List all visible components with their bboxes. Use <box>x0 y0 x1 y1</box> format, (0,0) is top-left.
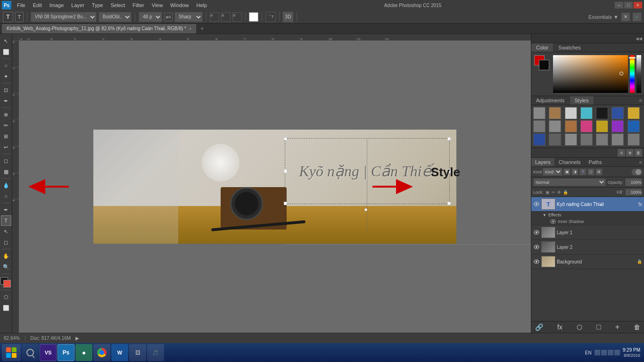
layer-visibility-bg[interactable] <box>533 258 540 265</box>
channels-tab[interactable]: Channels <box>555 158 585 166</box>
style-swatch-10[interactable] <box>565 120 577 132</box>
dodge-tool[interactable]: ○ <box>1 191 11 201</box>
font-size-select[interactable]: 48 pt <box>139 12 162 22</box>
menu-view[interactable]: View <box>148 1 167 9</box>
style-swatch-13[interactable] <box>611 120 624 132</box>
layers-panel-options[interactable]: ≡ <box>637 158 644 166</box>
filter-type-btn[interactable]: T <box>579 168 586 175</box>
style-swatch-4[interactable] <box>580 107 593 119</box>
style-swatch-20[interactable] <box>611 133 624 146</box>
style-swatch-18[interactable] <box>580 133 593 146</box>
new-tab-btn[interactable]: + <box>200 25 204 32</box>
style-swatch-2[interactable] <box>549 107 561 119</box>
menu-filter[interactable]: Filter <box>129 1 148 9</box>
styles-tool-1[interactable]: ⊙ <box>618 149 625 156</box>
text-color-swatch[interactable] <box>249 12 258 22</box>
crop-tool[interactable]: ⊡ <box>1 85 11 95</box>
status-arrow[interactable]: ▶ <box>75 336 79 341</box>
path-selection-tool[interactable]: ↖ <box>1 226 11 237</box>
font-family-select[interactable]: VNI 08 Springtime2 Bo... <box>31 12 97 22</box>
text-orient-btn[interactable]: T <box>15 12 24 22</box>
style-swatch-15[interactable] <box>533 133 545 146</box>
add-style-btn[interactable]: fx <box>557 323 562 331</box>
filter-shape-btn[interactable]: ◻ <box>587 168 594 175</box>
layer-row-1[interactable]: Layer 1 <box>531 225 644 240</box>
style-swatch-5[interactable] <box>596 107 608 119</box>
color-tab[interactable]: Color <box>531 43 553 52</box>
move-tool[interactable]: ↖ <box>1 36 11 46</box>
lasso-tool[interactable]: ○ <box>1 60 11 71</box>
blur-tool[interactable]: 💧 <box>1 180 11 190</box>
filter-adjust-btn[interactable]: ◑ <box>571 168 578 175</box>
taskbar-word[interactable]: W <box>111 344 128 361</box>
background-swatch[interactable] <box>539 60 549 70</box>
alpha-bar[interactable] <box>636 55 641 93</box>
commit-transform-btn[interactable]: ✓ <box>633 13 641 21</box>
magic-wand-tool[interactable]: ✦ <box>1 71 11 82</box>
layer-visibility-text[interactable] <box>533 201 540 207</box>
history-brush-tool[interactable]: ↩ <box>1 142 11 152</box>
link-layers-btn[interactable]: 🔗 <box>535 323 543 331</box>
eyedropper-tool[interactable]: ✒ <box>1 96 11 106</box>
filter-toggle[interactable] <box>632 169 642 175</box>
taskbar-vs[interactable]: VS <box>40 344 57 361</box>
menu-edit[interactable]: Edit <box>29 1 46 9</box>
new-layer-btn[interactable]: + <box>615 323 619 331</box>
gradient-tool[interactable]: ▦ <box>1 166 11 177</box>
menu-layer[interactable]: Layer <box>67 1 88 9</box>
maximize-btn[interactable]: □ <box>624 2 633 8</box>
rotation-handle[interactable] <box>364 208 367 211</box>
panel-arrow[interactable]: ◀◀ <box>636 36 642 41</box>
styles-tool-3[interactable]: 🗑 <box>635 149 642 156</box>
minimize-btn[interactable]: ─ <box>615 2 623 8</box>
layer-fx-btn-text[interactable]: fx <box>638 202 642 207</box>
layer-row-2[interactable]: Layer 2 <box>531 240 644 255</box>
menu-help[interactable]: Help <box>192 1 211 9</box>
shape-tool[interactable]: ◻ <box>1 237 11 247</box>
taskbar-ps[interactable]: Ps <box>58 344 74 361</box>
style-swatch-1[interactable] <box>533 107 545 119</box>
style-swatch-6[interactable] <box>611 107 624 119</box>
aa-method-select[interactable]: Sharp <box>174 12 203 22</box>
blend-mode-select[interactable]: Normal <box>533 178 606 186</box>
hand-tool[interactable]: ✋ <box>1 251 11 261</box>
style-swatch-7[interactable] <box>627 107 640 119</box>
type-tool[interactable]: T <box>1 215 11 226</box>
style-swatch-12[interactable] <box>596 120 608 132</box>
3d-options-btn[interactable]: 3D <box>283 12 293 22</box>
align-right-btn[interactable]: ≡ <box>232 12 242 22</box>
style-swatch-17[interactable] <box>565 133 577 146</box>
canvas-workspace[interactable]: Kyõ nặng | Cần Thiết Style <box>19 41 531 333</box>
start-button[interactable] <box>2 344 21 361</box>
taskbar-photos[interactable]: 🖼 <box>129 344 146 361</box>
style-swatch-3[interactable] <box>565 107 577 119</box>
lock-all-btn[interactable]: 🔒 <box>563 190 568 195</box>
font-style-select[interactable]: BoldObl... <box>99 12 132 22</box>
lock-transparent-btn[interactable]: ▣ <box>545 190 550 195</box>
panel-options-btn[interactable]: ≡ <box>637 96 644 105</box>
pen-tool[interactable]: ✒ <box>1 205 11 215</box>
paths-tab[interactable]: Paths <box>585 158 606 166</box>
background-color[interactable] <box>3 280 11 288</box>
new-group-btn[interactable]: □ <box>596 323 601 331</box>
lock-position-btn[interactable]: ✤ <box>557 190 561 195</box>
align-center-btn[interactable]: ≡ <box>221 12 231 22</box>
eraser-tool[interactable]: ◻ <box>1 156 11 166</box>
screen-mode-btn[interactable]: ⬜ <box>1 303 11 313</box>
essentials-label[interactable]: Essentials ▼ <box>588 14 619 20</box>
style-swatch-21[interactable] <box>627 133 640 146</box>
layer-visibility-1[interactable] <box>533 229 540 236</box>
layer-row-text[interactable]: T Kyõ naêng Caàn Thiết fx <box>531 197 644 212</box>
menu-file[interactable]: File <box>13 1 29 9</box>
document-tab[interactable]: Kinfolk_Web_Analog-Photography_11.jpg @ … <box>2 24 197 33</box>
align-left-btn[interactable]: ≡ <box>210 12 219 22</box>
layers-tab[interactable]: Layers <box>531 158 555 166</box>
styles-tab[interactable]: Styles <box>570 96 594 105</box>
style-swatch-16[interactable] <box>549 133 561 146</box>
cancel-transform-btn[interactable]: ✕ <box>621 13 630 21</box>
styles-tool-2[interactable]: ⊕ <box>626 149 634 156</box>
brush-tool[interactable]: ✏ <box>1 120 11 131</box>
style-swatch-8[interactable] <box>533 120 545 132</box>
aa-toggle[interactable]: aA <box>164 13 173 21</box>
style-swatch-11[interactable] <box>580 120 593 132</box>
